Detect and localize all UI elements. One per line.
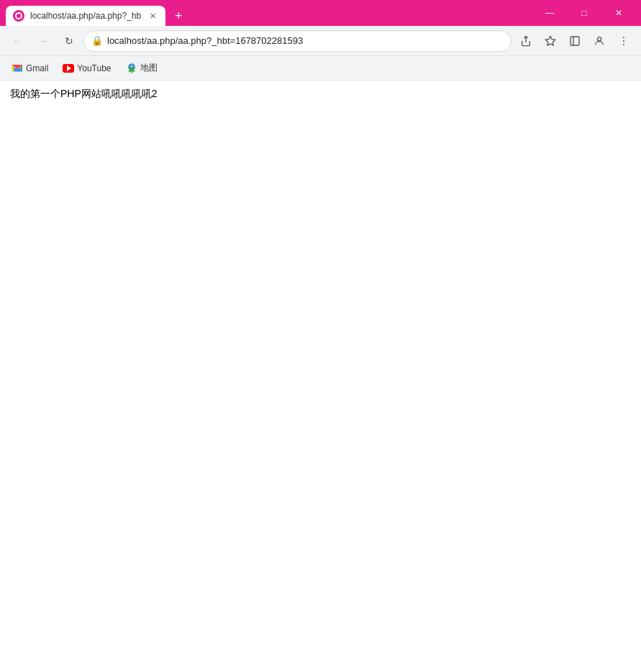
maps-icon [126, 63, 137, 74]
svg-marker-0 [545, 36, 555, 45]
window-controls: — □ ✕ [533, 0, 635, 26]
gmail-label: Gmail [26, 63, 48, 73]
bookmark-maps[interactable]: 地图 [120, 59, 163, 77]
menu-button[interactable] [612, 29, 635, 53]
page-content: 我的第一个PHP网站吼吼吼吼吼2 [0, 81, 641, 672]
maximize-button[interactable]: □ [568, 0, 601, 26]
new-tab-button[interactable]: + [168, 6, 188, 26]
bookmark-gmail[interactable]: Gmail [6, 60, 54, 77]
gmail-icon [12, 63, 23, 74]
svg-point-5 [623, 40, 624, 42]
profile-button[interactable] [588, 29, 611, 53]
forward-button[interactable]: → [32, 29, 55, 53]
minimize-button[interactable]: — [533, 0, 566, 26]
tab-bar: localhost/aa.php/aa.php?_hb ✕ + [6, 0, 529, 26]
address-input[interactable] [107, 35, 504, 46]
close-button[interactable]: ✕ [602, 0, 635, 26]
tab-favicon [13, 10, 24, 22]
youtube-label: YouTube [77, 63, 111, 73]
page-text: 我的第一个PHP网站吼吼吼吼吼2 [10, 88, 631, 101]
bookmark-button[interactable] [539, 29, 562, 53]
sidebar-button[interactable] [563, 29, 586, 53]
tab-title: localhost/aa.php/aa.php?_hb [30, 11, 141, 21]
titlebar: localhost/aa.php/aa.php?_hb ✕ + — □ ✕ [0, 0, 641, 26]
youtube-icon [63, 64, 74, 73]
tab-favicon-inner [15, 12, 22, 19]
reload-button[interactable]: ↻ [58, 29, 81, 53]
svg-point-6 [623, 43, 624, 45]
nav-actions [514, 29, 635, 53]
secure-icon: 🔒 [91, 35, 103, 46]
svg-point-4 [623, 37, 624, 38]
share-button[interactable] [514, 29, 537, 53]
bookmarks-bar: Gmail YouTube 地图 [0, 56, 641, 81]
address-bar-wrapper[interactable]: 🔒 [83, 30, 512, 52]
svg-point-3 [597, 37, 601, 40]
maps-label: 地图 [140, 62, 158, 74]
back-button[interactable]: ← [6, 29, 29, 53]
bookmark-youtube[interactable]: YouTube [57, 60, 117, 76]
navbar: ← → ↻ 🔒 [0, 26, 641, 56]
youtube-play-icon [67, 65, 71, 71]
active-tab[interactable]: localhost/aa.php/aa.php?_hb ✕ [6, 6, 165, 26]
svg-rect-1 [570, 37, 579, 45]
tab-close-button[interactable]: ✕ [147, 10, 158, 22]
